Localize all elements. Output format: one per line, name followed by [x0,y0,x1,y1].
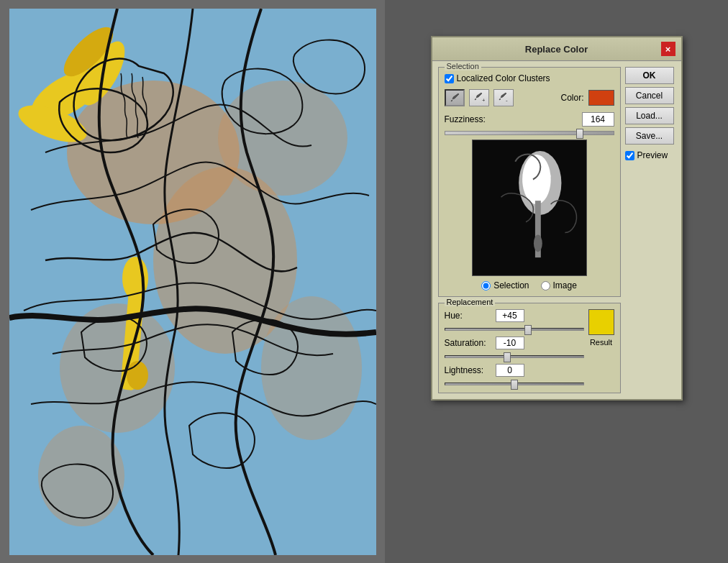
preview-check-row: Preview [625,150,675,160]
eyedropper-minus-button[interactable]: - [493,89,514,106]
localized-clusters-row: Localized Color Clusters [445,73,614,83]
eyedropper-add-button[interactable] [445,89,465,106]
localized-clusters-label: Localized Color Clusters [457,73,550,83]
hue-slider[interactable] [445,328,584,331]
fuzziness-label: Fuzziness: [445,114,486,124]
preview-checkbox[interactable] [625,151,634,160]
ok-button[interactable]: OK [625,67,674,84]
lightness-slider[interactable] [445,383,584,385]
svg-point-5 [261,296,362,440]
selection-section: Selection Localized Color Clusters + [438,67,621,297]
fuzziness-slider-thumb[interactable] [576,129,583,139]
radio-row: Selection Image [445,280,614,290]
canvas-area [0,0,385,563]
dialog-main: Selection Localized Color Clusters + [438,67,621,393]
replacement-section: Replacement Hue: [438,303,621,393]
result-area: Result [588,309,614,387]
selection-section-label: Selection [445,62,481,70]
fuzziness-input[interactable] [582,112,614,127]
replace-color-dialog: Replace Color × Selection Localized Colo… [431,36,683,400]
color-swatch[interactable] [588,90,614,106]
preview-label: Preview [637,150,668,160]
hue-input[interactable] [496,309,524,322]
lightness-input[interactable] [496,364,524,377]
load-button[interactable]: Load... [625,107,674,124]
image-radio-label: Image [553,280,577,290]
localized-clusters-checkbox[interactable] [445,74,454,83]
svg-text:-: - [506,97,508,104]
canvas-image [9,9,376,555]
selection-radio-label: Selection [493,280,529,290]
saturation-thumb[interactable] [504,352,511,362]
svg-text:+: + [482,97,485,104]
result-label: Result [590,338,612,347]
cancel-button[interactable]: Cancel [625,87,674,104]
save-button[interactable]: Save... [625,127,674,145]
preview-image [472,139,587,276]
hue-label: Hue: [445,311,491,321]
replacement-body: Hue: Saturation: [445,309,614,387]
replacement-sliders: Hue: Saturation: [445,309,584,387]
fuzziness-slider-track[interactable] [445,131,614,135]
hue-row: Hue: [445,309,584,322]
fuzziness-slider-container [445,131,614,135]
close-button[interactable]: × [661,42,675,56]
saturation-input[interactable] [496,337,524,349]
dialog-panel: Replace Color × Selection Localized Colo… [385,0,728,400]
hue-thumb[interactable] [524,325,532,335]
svg-point-20 [533,235,542,252]
eyedropper-plus-button[interactable]: + [469,89,489,106]
color-label: Color: [560,93,583,103]
selection-radio-option[interactable]: Selection [481,280,529,290]
dialog-titlebar: Replace Color × [432,37,681,61]
saturation-label: Saturation: [445,338,491,348]
result-swatch [588,309,614,335]
image-radio[interactable] [541,281,550,290]
selection-radio[interactable] [481,281,491,290]
svg-point-3 [60,303,175,433]
saturation-row: Saturation: [445,337,584,349]
lightness-row: Lightness: [445,364,584,377]
svg-point-13 [127,361,148,390]
dialog-title: Replace Color [452,44,661,55]
replacement-section-label: Replacement [445,298,496,306]
fuzziness-row: Fuzziness: [445,112,614,127]
lightness-label: Lightness: [445,365,491,375]
svg-point-4 [218,81,347,196]
dialog-buttons: OK Cancel Load... Save... Preview [625,67,675,393]
lightness-thumb[interactable] [511,380,518,390]
dialog-body: Selection Localized Color Clusters + [432,61,681,399]
saturation-slider[interactable] [445,355,584,358]
image-radio-option[interactable]: Image [541,280,577,290]
eyedropper-row: + - Color: [445,89,614,106]
